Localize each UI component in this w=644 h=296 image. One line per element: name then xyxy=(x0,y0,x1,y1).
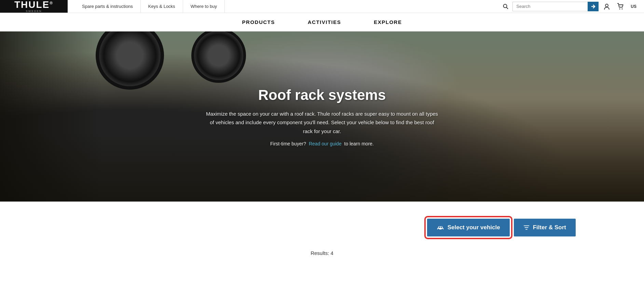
svg-point-6 xyxy=(438,229,439,230)
hero-section: Roof rack systems Maximize the space on … xyxy=(0,31,644,202)
svg-point-7 xyxy=(441,229,443,230)
svg-point-0 xyxy=(504,4,507,8)
account-icon-button[interactable] xyxy=(601,2,612,11)
filter-sort-label: Filter & Sort xyxy=(533,224,566,231)
hero-description: Maximize the space on your car with a ro… xyxy=(206,109,438,136)
search-bar xyxy=(512,2,599,11)
svg-line-1 xyxy=(507,7,508,9)
top-nav-links: Spare parts & instructions Keys & Locks … xyxy=(68,0,502,13)
guide-link[interactable]: Read our guide xyxy=(309,141,342,146)
top-navigation: THULE® SWEDEN Spare parts & instructions… xyxy=(0,0,644,13)
nav-products[interactable]: PRODUCTS xyxy=(239,13,278,31)
svg-point-4 xyxy=(619,8,620,9)
hero-content: Roof rack systems Maximize the space on … xyxy=(206,87,438,146)
filter-icon xyxy=(523,225,530,230)
nav-explore[interactable]: EXPLORE xyxy=(371,13,405,31)
svg-point-3 xyxy=(605,4,608,7)
search-icon xyxy=(503,4,508,9)
search-input[interactable] xyxy=(512,2,588,11)
locale-button[interactable]: US xyxy=(629,3,639,10)
main-navigation: PRODUCTS ACTIVITIES EXPLORE xyxy=(0,13,644,31)
cart-icon xyxy=(617,3,624,10)
hero-title: Roof rack systems xyxy=(206,87,438,103)
user-icon xyxy=(603,3,610,10)
brand-name: THULE® xyxy=(14,0,53,10)
arrow-right-icon xyxy=(591,4,595,9)
cart-icon-button[interactable] xyxy=(615,2,626,11)
lower-section: Select your vehicle Filter & Sort Result… xyxy=(0,202,644,270)
nav-link-where-to-buy[interactable]: Where to buy xyxy=(183,0,225,13)
hero-left-shadow xyxy=(0,31,102,202)
svg-rect-9 xyxy=(441,227,442,228)
brand-sub: SWEDEN xyxy=(14,10,53,13)
results-count: Results: 4 xyxy=(0,247,644,259)
car-icon xyxy=(437,225,444,230)
guide-prefix: First-time buyer? xyxy=(270,141,306,146)
top-nav-right: US xyxy=(502,0,644,13)
nav-link-spare-parts[interactable]: Spare parts & instructions xyxy=(74,0,141,13)
hero-guide-text: First-time buyer? Read our guide to lear… xyxy=(206,141,438,146)
guide-suffix: to learn more. xyxy=(344,141,374,146)
svg-point-5 xyxy=(622,8,623,9)
action-bar: Select your vehicle Filter & Sort xyxy=(0,219,644,236)
select-vehicle-label: Select your vehicle xyxy=(448,224,500,231)
search-icon-button[interactable] xyxy=(502,2,510,11)
select-vehicle-button[interactable]: Select your vehicle xyxy=(427,219,510,236)
search-submit-button[interactable] xyxy=(588,2,599,11)
nav-activities[interactable]: ACTIVITIES xyxy=(305,13,344,31)
logo[interactable]: THULE® SWEDEN xyxy=(0,0,68,13)
svg-rect-8 xyxy=(439,227,440,228)
filter-sort-button[interactable]: Filter & Sort xyxy=(514,219,576,236)
nav-link-keys-locks[interactable]: Keys & Locks xyxy=(141,0,183,13)
